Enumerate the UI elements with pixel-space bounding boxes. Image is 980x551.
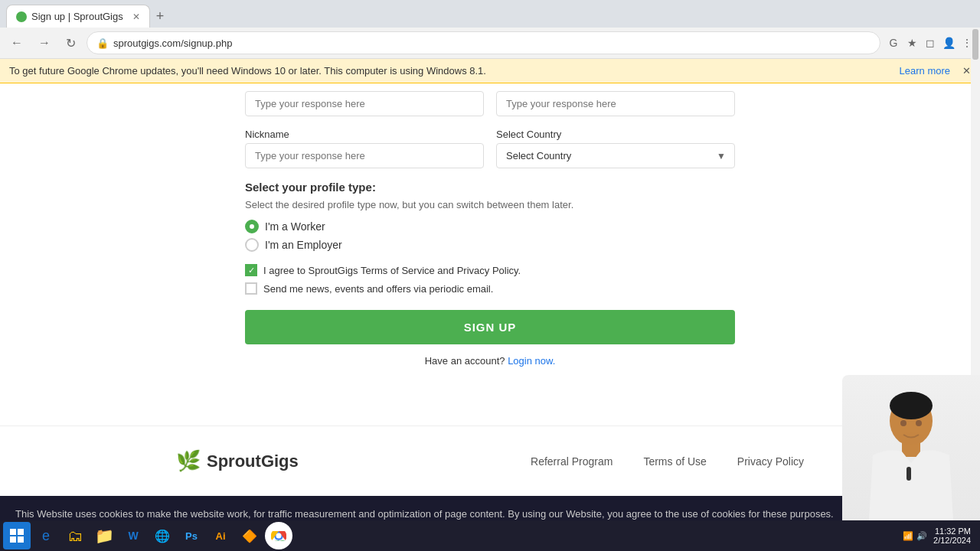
svg-rect-9	[10, 536, 16, 543]
reload-button[interactable]: ↻	[61, 34, 80, 52]
svg-rect-7	[10, 529, 16, 535]
login-row: Have an account? Login now.	[245, 355, 735, 367]
back-button[interactable]: ←	[6, 34, 28, 51]
tos-checkbox[interactable]: ✓	[245, 264, 257, 276]
extensions-icon[interactable]: ◻	[923, 36, 937, 50]
tab-close-button[interactable]: ✕	[132, 11, 140, 22]
svg-point-3	[900, 420, 906, 426]
clock-display: 11:32 PM 2/12/2024	[933, 527, 971, 545]
google-icon[interactable]: G	[887, 36, 900, 50]
employer-option[interactable]: I'm an Employer	[245, 238, 735, 252]
active-tab[interactable]: Sign up | SproutGigs ✕	[6, 5, 150, 28]
nickname-input[interactable]	[245, 143, 484, 168]
signup-button[interactable]: SIGN UP	[245, 310, 735, 344]
svg-point-4	[916, 420, 922, 426]
employer-label: I'm an Employer	[265, 239, 342, 251]
taskbar-left: e 🗂 📁 W 🌐 Ps Ai 🔶	[3, 522, 292, 549]
tos-label-text: I agree to SproutGigs Terms of Service a…	[263, 265, 521, 276]
login-link[interactable]: Login now.	[508, 355, 555, 367]
date-display: 2/12/2024	[933, 536, 971, 545]
page-content: Nickname Select Country Select Country U…	[0, 83, 980, 547]
nickname-group: Nickname	[245, 129, 484, 168]
system-tray: 📶 🔊	[903, 531, 927, 541]
svg-rect-6	[906, 467, 911, 481]
field-group-1	[245, 91, 484, 116]
address-icons: G ★ ◻ 👤 ⋮	[887, 36, 974, 50]
volume-icon: 🔊	[916, 531, 927, 541]
country-label: Select Country	[496, 129, 735, 140]
form-area: Nickname Select Country Select Country U…	[0, 83, 980, 425]
field-input-2[interactable]	[496, 91, 735, 116]
scrollbar-thumb[interactable]	[972, 29, 978, 60]
worker-label: I'm a Worker	[265, 220, 325, 233]
person-svg	[850, 379, 972, 520]
tos-option: ✓ I agree to SproutGigs Terms of Service…	[245, 264, 735, 276]
learn-more-link[interactable]: Learn more	[900, 65, 950, 77]
time-display: 11:32 PM	[933, 527, 971, 536]
form-container: Nickname Select Country Select Country U…	[245, 83, 735, 374]
worker-radio[interactable]	[245, 220, 259, 233]
profile-title: Select your profile type:	[245, 181, 735, 194]
top-inputs-row	[245, 91, 735, 116]
lock-icon: 🔒	[96, 37, 109, 49]
terms-link[interactable]: Terms of Use	[643, 455, 706, 468]
info-bar: To get future Google Chrome updates, you…	[0, 59, 980, 83]
bookmark-icon[interactable]: ★	[905, 36, 919, 50]
forward-button[interactable]: →	[34, 34, 55, 51]
browser2-icon[interactable]: 🔶	[236, 522, 263, 549]
windows-icon	[10, 529, 24, 543]
footer-inner: 🌿 SproutGigs Referral Program Terms of U…	[145, 449, 835, 473]
network-icon: 📶	[903, 531, 913, 541]
new-tab-button[interactable]: +	[150, 5, 171, 28]
footer-links: Referral Program Terms of Use Privacy Po…	[531, 455, 804, 468]
logo-text: SproutGigs	[207, 452, 299, 471]
taskbar-right: 📶 🔊 11:32 PM 2/12/2024	[903, 527, 977, 545]
illustrator-icon[interactable]: Ai	[207, 522, 234, 549]
checkbox-section: ✓ I agree to SproutGigs Terms of Service…	[245, 264, 735, 295]
country-select[interactable]: Select Country United States United King…	[496, 143, 735, 168]
newsletter-checkbox[interactable]	[245, 282, 257, 295]
profile-icon[interactable]: 👤	[942, 36, 956, 50]
profile-subtitle: Select the desired profile type now, but…	[245, 198, 735, 212]
newsletter-option: Send me news, events and offers via peri…	[245, 282, 735, 295]
ie-icon[interactable]: e	[32, 522, 60, 549]
svg-point-1	[890, 392, 933, 419]
word-icon[interactable]: W	[119, 522, 147, 549]
employer-radio[interactable]	[245, 238, 259, 252]
avatar-container	[842, 375, 980, 520]
photoshop-icon[interactable]: Ps	[178, 522, 205, 549]
country-select-wrapper: Select Country United States United King…	[496, 143, 735, 168]
info-bar-message: To get future Google Chrome updates, you…	[9, 65, 486, 77]
nickname-label: Nickname	[245, 129, 484, 140]
svg-point-13	[276, 533, 282, 539]
country-group: Select Country Select Country United Sta…	[496, 129, 735, 168]
taskbar: e 🗂 📁 W 🌐 Ps Ai 🔶 📶 🔊 11:32 PM 2/12/2024	[0, 520, 980, 551]
url-box[interactable]: 🔒 sproutgigs.com/signup.php	[87, 31, 880, 54]
referral-link[interactable]: Referral Program	[531, 455, 612, 468]
profile-section: Select your profile type: Select the des…	[245, 181, 735, 252]
edge-icon[interactable]: 🌐	[149, 522, 176, 549]
address-bar: ← → ↻ 🔒 sproutgigs.com/signup.php G ★ ◻ …	[0, 28, 980, 58]
start-button[interactable]	[3, 522, 31, 549]
worker-option[interactable]: I'm a Worker	[245, 220, 735, 233]
field-input-1[interactable]	[245, 91, 484, 116]
radio-group: I'm a Worker I'm an Employer	[245, 220, 735, 252]
have-account-text: Have an account?	[425, 355, 505, 367]
folder-icon[interactable]: 🗂	[61, 522, 89, 549]
chrome-icon[interactable]	[265, 522, 292, 549]
avatar-image	[842, 375, 980, 520]
tab-favicon	[16, 11, 27, 22]
svg-rect-10	[18, 536, 24, 543]
tos-check-mark: ✓	[248, 266, 255, 275]
tab-bar: Sign up | SproutGigs ✕ +	[0, 0, 980, 28]
privacy-link[interactable]: Privacy Policy	[737, 455, 804, 468]
svg-point-5	[897, 432, 925, 445]
tos-label: I agree to SproutGigs Terms of Service a…	[263, 265, 521, 276]
logo-leaf-icon: 🌿	[176, 449, 201, 473]
info-bar-close[interactable]: ✕	[962, 65, 971, 77]
newsletter-label: Send me news, events and offers via peri…	[263, 283, 493, 295]
winexplorer-icon[interactable]: 📁	[90, 522, 118, 549]
tab-title: Sign up | SproutGigs	[31, 11, 123, 22]
info-bar-links: Learn more ✕	[900, 65, 971, 77]
nickname-country-row: Nickname Select Country Select Country U…	[245, 129, 735, 168]
